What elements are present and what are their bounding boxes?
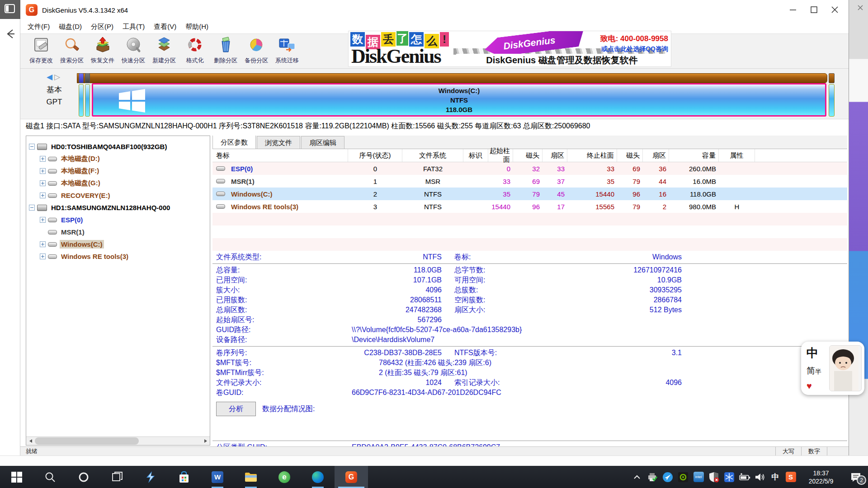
tree-item-0[interactable]: HD0:TOSHIBAMQ04ABF100(932GB) (26, 141, 210, 153)
partition-block-windows-c[interactable]: Windows(C:) NTFS 118.0GB (92, 83, 826, 117)
flash-app-icon[interactable] (134, 466, 167, 488)
col-header-5[interactable]: 磁头 (513, 149, 542, 162)
menu-item-5[interactable]: 帮助(H) (181, 21, 213, 33)
tray-chevron-icon[interactable] (631, 471, 643, 483)
background-close-icon[interactable] (855, 3, 865, 14)
detail-row-12: 文件记录大小:1024索引记录大小:4096 (212, 378, 847, 388)
tree-horizontal-scrollbar[interactable] (26, 436, 210, 445)
tree-item-1[interactable]: 本地磁盘(D:) (26, 153, 210, 165)
task-view-icon[interactable] (100, 466, 134, 488)
tab-2[interactable]: 扇区编辑 (301, 136, 344, 149)
word-icon[interactable]: W (201, 466, 234, 488)
expand-plus-icon[interactable] (40, 180, 46, 186)
ad-banner[interactable]: 数据丢了怎么! DiskGenius DiskGenius 致电: 400-00… (348, 31, 671, 67)
tray-sogou-icon[interactable]: S (785, 471, 797, 483)
col-header-11[interactable]: 属性 (719, 149, 755, 162)
expand-minus-icon[interactable] (29, 144, 35, 150)
menu-item-3[interactable]: 工具(T) (118, 21, 149, 33)
toolbar-button-save[interactable]: 保存更改 (26, 34, 57, 68)
table-row-0[interactable]: ESP(0)0FAT3203233336936260.0MB (212, 162, 847, 175)
col-header-2[interactable]: 文件系统 (402, 149, 463, 162)
start-button[interactable] (0, 466, 33, 488)
scroll-right-arrow-icon[interactable] (201, 437, 210, 445)
tab-0[interactable]: 分区参数 (212, 136, 256, 149)
scrollbar-thumb[interactable] (35, 437, 139, 445)
tray-intel-icon[interactable]: intel (693, 471, 704, 483)
expand-plus-icon[interactable] (40, 217, 46, 223)
col-header-0[interactable]: 卷标 (212, 149, 348, 162)
tray-snowflake-icon[interactable] (723, 471, 735, 483)
toolbar-button-new[interactable]: 新建分区 (149, 34, 179, 68)
expand-plus-icon[interactable] (40, 168, 46, 174)
tree-item-3[interactable]: 本地磁盘(G:) (26, 177, 210, 189)
taskbar-diskgenius-icon[interactable]: G (335, 466, 368, 488)
next-disk-arrow-icon[interactable]: ▷ (54, 73, 62, 81)
back-arrow-icon[interactable] (4, 27, 17, 41)
col-header-6[interactable]: 扇区 (542, 149, 567, 162)
toolbar-button-delete[interactable]: 删除分区 (210, 34, 241, 68)
expand-plus-icon[interactable] (40, 241, 46, 247)
tray-printer-icon[interactable] (646, 471, 658, 483)
tree-item-8[interactable]: Windows(C:) (26, 238, 210, 250)
taskbar-search-icon[interactable] (33, 466, 67, 488)
close-button[interactable] (824, 1, 845, 18)
toolbar-button-format[interactable]: 格式化 (179, 34, 210, 68)
menu-item-2[interactable]: 分区(P) (86, 21, 118, 33)
banner-contact[interactable]: 致电: 400-008-9958 或点击此处选择QQ咨询 (600, 33, 668, 53)
tray-defender-icon[interactable] (708, 471, 720, 483)
col-header-1[interactable]: 序号(状态) (348, 149, 402, 162)
cell-attr: H (719, 203, 755, 211)
partition-table: 卷标序号(状态)文件系统标识起始柱面磁头扇区终止柱面磁头扇区容量属性ESP(0)… (212, 149, 847, 251)
table-row-1[interactable]: MSR(1)1MSR33693735794416.0MB (212, 175, 847, 188)
banner-qq-link[interactable]: 或点击此处选择QQ咨询 (600, 45, 668, 53)
menu-item-1[interactable]: 磁盘(D) (54, 21, 86, 33)
toolbar-button-quick[interactable]: 快速分区 (118, 34, 149, 68)
col-header-10[interactable]: 容量 (669, 149, 719, 162)
status-ready: 就绪 (20, 447, 38, 455)
menu-item-0[interactable]: 文件(F) (23, 21, 54, 33)
expand-minus-icon[interactable] (29, 205, 35, 211)
toolbar-button-backup[interactable]: 备份分区 (241, 34, 272, 68)
action-center-icon[interactable]: 2 (844, 466, 868, 488)
microsoft-store-icon[interactable] (167, 466, 201, 488)
maximize-button[interactable] (803, 1, 824, 18)
minimize-button[interactable] (783, 1, 803, 18)
expand-plus-icon[interactable] (40, 253, 46, 259)
tray-battery-icon[interactable] (739, 471, 750, 483)
cortana-icon[interactable] (67, 466, 100, 488)
tree-item-9[interactable]: Windows RE tools(3) (26, 250, 210, 263)
analyze-button[interactable]: 分析 (216, 402, 256, 416)
col-header-3[interactable]: 标识 (463, 149, 488, 162)
tree-item-5[interactable]: HD1:SAMSUNGMZNLN128HAHQ-000 (26, 202, 210, 214)
col-header-9[interactable]: 扇区 (643, 149, 669, 162)
scroll-left-arrow-icon[interactable] (26, 437, 35, 445)
ime-status-widget[interactable]: 中 简半 ♥ (801, 342, 864, 395)
detail-label: 文件系统类型: (216, 252, 343, 262)
toolbar-button-recover[interactable]: 恢复文件 (87, 34, 118, 68)
browser-360-icon[interactable]: e (268, 466, 301, 488)
tray-ime-indicator[interactable]: 中 (769, 471, 781, 483)
taskbar-clock[interactable]: 18:37 2022/5/9 (802, 469, 840, 485)
file-explorer-icon[interactable] (234, 466, 268, 488)
toolbar-button-search[interactable]: 搜索分区 (57, 34, 87, 68)
expand-plus-icon[interactable] (40, 192, 46, 198)
tree-item-2[interactable]: 本地磁盘(F:) (26, 165, 210, 177)
edge-icon[interactable] (301, 466, 335, 488)
tray-nvidia-icon[interactable] (677, 471, 689, 483)
tab-1[interactable]: 浏览文件 (257, 136, 300, 149)
tree-item-4[interactable]: RECOVERY(E:) (26, 189, 210, 202)
toolbar-button-migrate[interactable]: 系统迁移 (272, 34, 302, 68)
table-row-3[interactable]: Windows RE tools(3)3NTFS1544096171556579… (212, 200, 847, 213)
expand-plus-icon[interactable] (40, 156, 46, 162)
prev-disk-arrow-icon[interactable]: ◀ (47, 73, 54, 81)
status-capslock: 大写 (775, 447, 801, 455)
tree-item-6[interactable]: ESP(0) (26, 214, 210, 226)
col-header-7[interactable]: 终止柱面 (567, 149, 617, 162)
tray-volume-icon[interactable] (754, 471, 766, 483)
table-row-2[interactable]: Windows(C:)2NTFS357945154409616118.0GB (212, 188, 847, 200)
tree-item-7[interactable]: MSR(1) (26, 226, 210, 238)
tray-messenger-icon[interactable] (662, 471, 674, 483)
col-header-8[interactable]: 磁头 (617, 149, 643, 162)
menu-item-4[interactable]: 查看(V) (149, 21, 181, 33)
col-header-4[interactable]: 起始柱面 (488, 149, 513, 162)
